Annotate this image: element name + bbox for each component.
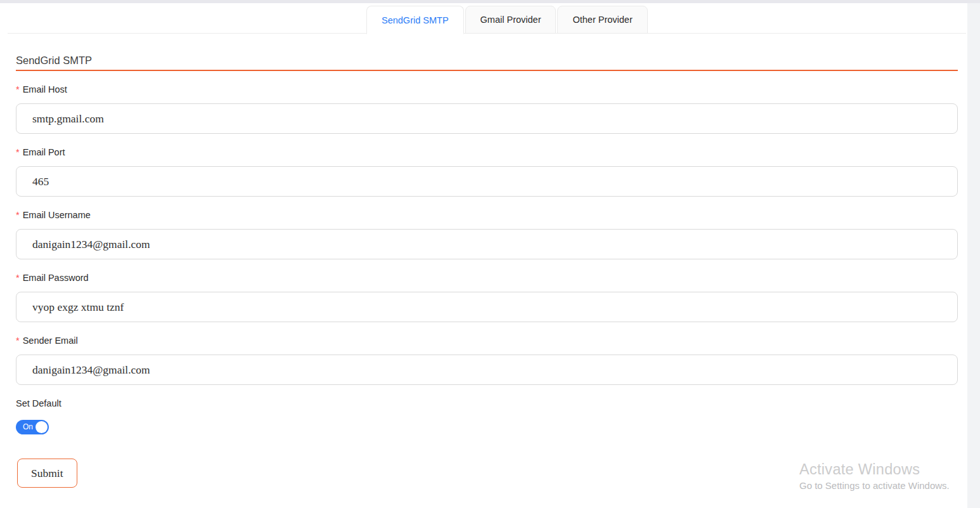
email-host-input[interactable] <box>16 103 958 134</box>
required-asterisk: * <box>16 335 20 346</box>
email-password-input[interactable] <box>16 292 958 322</box>
field-email-username: *Email Username <box>16 211 958 259</box>
email-port-input[interactable] <box>16 166 958 197</box>
email-host-label: *Email Host <box>16 85 958 94</box>
field-sender-email: *Sender Email <box>16 336 958 385</box>
sender-email-input[interactable] <box>16 355 958 385</box>
email-username-label-text: Email Username <box>23 210 91 220</box>
email-password-label-text: Email Password <box>23 273 89 283</box>
smtp-settings-panel: SendGrid SMTP *Email Host *Email Port *E… <box>0 36 967 488</box>
required-asterisk: * <box>16 84 20 94</box>
tab-gmail-provider[interactable]: Gmail Provider <box>465 6 557 34</box>
field-email-password: *Email Password <box>16 273 958 322</box>
email-port-label-text: Email Port <box>23 147 65 157</box>
vertical-scrollbar[interactable] <box>967 3 980 508</box>
toggle-knob-icon <box>35 421 48 433</box>
email-username-input[interactable] <box>16 229 958 259</box>
set-default-toggle[interactable]: On <box>16 420 49 434</box>
required-asterisk: * <box>16 273 20 283</box>
required-asterisk: * <box>16 210 20 220</box>
set-default-label: Set Default <box>16 399 958 408</box>
required-asterisk: * <box>16 147 20 157</box>
email-host-label-text: Email Host <box>23 84 67 94</box>
field-email-host: *Email Host <box>16 85 958 134</box>
email-port-label: *Email Port <box>16 148 958 157</box>
section-title-underline <box>16 70 958 71</box>
submit-button[interactable]: Submit <box>17 459 77 488</box>
tab-other-provider[interactable]: Other Provider <box>557 6 647 34</box>
email-password-label: *Email Password <box>16 273 958 283</box>
window-top-strip <box>0 0 980 3</box>
tab-sendgrid-smtp[interactable]: SendGrid SMTP <box>366 6 464 34</box>
field-email-port: *Email Port <box>16 148 958 197</box>
provider-tabbar: SendGrid SMTP Gmail Provider Other Provi… <box>366 6 648 34</box>
email-username-label: *Email Username <box>16 211 958 220</box>
toggle-state-text: On <box>23 420 33 434</box>
section-title: SendGrid SMTP <box>16 55 958 67</box>
sender-email-label-text: Sender Email <box>23 335 78 346</box>
sender-email-label: *Sender Email <box>16 336 958 346</box>
